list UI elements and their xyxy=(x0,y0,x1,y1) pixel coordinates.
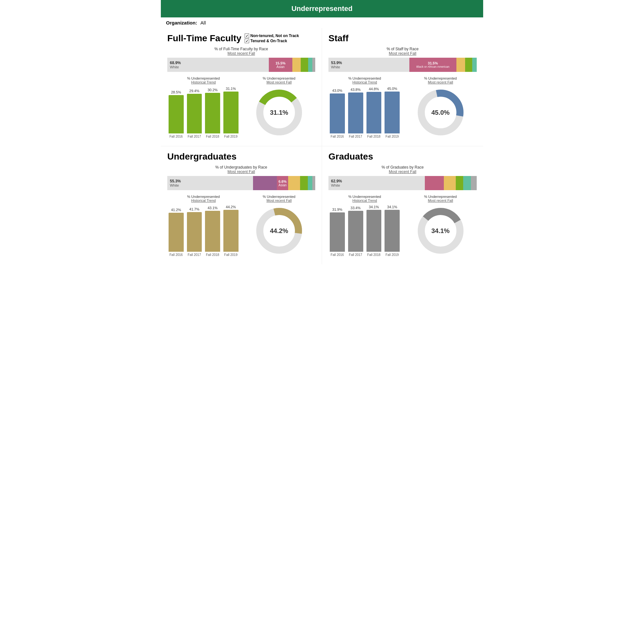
staff-race-bar-section: % of Staff by Race Most recent Fall 53.9… xyxy=(328,47,477,72)
grad-title-row: Graduates xyxy=(328,151,477,162)
grad-hist-subtitle: % Underrepresented Historical Trend xyxy=(328,195,401,202)
bar-rect xyxy=(366,92,382,133)
faculty-bar-chart-area: % Underrepresented Historical Trend 28.5… xyxy=(167,76,240,138)
bar-column: 28.5%Fall 2016 xyxy=(169,90,184,138)
bar-column: 43.1%Fall 2018 xyxy=(205,206,220,257)
bar-column: 34.1%Fall 2019 xyxy=(385,205,400,257)
bar-label: Fall 2019 xyxy=(385,135,399,138)
staff-charts-row: % Underrepresented Historical Trend 43.0… xyxy=(328,76,477,138)
staff-white-pct: 53.9% xyxy=(331,61,409,65)
bar-value: 43.1% xyxy=(208,206,218,210)
org-row: Organization: All xyxy=(161,17,483,28)
bar-label: Fall 2017 xyxy=(188,135,201,138)
bar-value: 43.0% xyxy=(332,89,342,93)
grad-white-label: White xyxy=(331,183,425,187)
bar-rect xyxy=(205,93,220,133)
staff-asian-label: Black or African American xyxy=(416,65,450,68)
grad-bar-chart: 31.9%Fall 201633.4%Fall 201734.1%Fall 20… xyxy=(328,205,401,257)
bar-label: Fall 2016 xyxy=(170,135,183,138)
grad-bar-chart-area: % Underrepresented Historical Trend 31.9… xyxy=(328,195,401,257)
bar-column: 41.7%Fall 2017 xyxy=(187,207,202,257)
bar-value: 41.7% xyxy=(189,207,199,211)
bar-column: 41.2%Fall 2016 xyxy=(169,208,184,257)
undergrad-charts-row: % Underrepresented Historical Trend 41.2… xyxy=(167,195,315,257)
bar-label: Fall 2016 xyxy=(331,253,344,257)
bar-column: 30.2%Fall 2018 xyxy=(205,88,220,138)
bar-column: 31.1%Fall 2019 xyxy=(223,87,239,138)
faculty-recent-subtitle: % Underrepresented Most recent Fall xyxy=(243,76,316,84)
bar-label: Fall 2017 xyxy=(349,135,362,138)
undergrad-donut: 44.2% xyxy=(243,205,316,257)
faculty-donut: 31.1% xyxy=(243,87,316,138)
bar-label: Fall 2018 xyxy=(206,135,219,138)
legend-label-2: Tenured & On-Track xyxy=(250,39,287,43)
bar-column: 43.8%Fall 2017 xyxy=(348,88,363,138)
page-header: Underrepresented xyxy=(161,0,483,17)
bar-rect xyxy=(330,93,345,133)
faculty-hist-subtitle: % Underrepresented Historical Trend xyxy=(167,76,240,84)
grad-recent-subtitle: % Underrepresented Most recent Fall xyxy=(404,195,477,202)
staff-white-label: White xyxy=(331,65,409,69)
undergrad-bar-chart-area: % Underrepresented Historical Trend 41.2… xyxy=(167,195,240,257)
bar-label: Fall 2017 xyxy=(188,253,201,257)
bar-value: 44.2% xyxy=(226,205,236,209)
bar-value: 44.8% xyxy=(369,87,379,91)
staff-hist-subtitle: % Underrepresented Historical Trend xyxy=(328,76,401,84)
grad-race-bar-section: % of Graduates by Race Most recent Fall … xyxy=(328,165,477,190)
undergrad-title-row: Undergraduates xyxy=(167,151,315,162)
undergrad-race-subtitle: % of Undergraduates by Race Most recent … xyxy=(167,165,315,174)
bar-rect xyxy=(366,210,382,252)
bar-label: Fall 2016 xyxy=(170,253,183,257)
faculty-bar-chart: 28.5%Fall 201629.4%Fall 201730.2%Fall 20… xyxy=(167,87,240,138)
bar-rect xyxy=(187,212,202,252)
faculty-donut-area: % Underrepresented Most recent Fall 31.1… xyxy=(243,76,316,138)
bar-label: Fall 2019 xyxy=(224,135,238,138)
bar-column: 43.0%Fall 2016 xyxy=(330,89,345,138)
staff-title: Staff xyxy=(328,33,348,44)
bar-label: Fall 2019 xyxy=(224,253,238,257)
faculty-title: Full-Time Faculty xyxy=(167,33,241,44)
staff-donut-label: 45.0% xyxy=(431,109,450,116)
staff-donut-area: % Underrepresented Most recent Fall 45.0… xyxy=(404,76,477,138)
grad-white-pct: 62.9% xyxy=(331,179,425,183)
bar-rect xyxy=(169,95,184,133)
staff-race-subtitle: % of Staff by Race Most recent Fall xyxy=(328,47,477,56)
bar-column: 31.9%Fall 2016 xyxy=(330,208,345,257)
faculty-asian-label: Asian xyxy=(277,65,285,69)
undergrad-bar-chart: 41.2%Fall 201641.7%Fall 201743.1%Fall 20… xyxy=(167,205,240,257)
bar-rect xyxy=(385,92,400,133)
bar-rect xyxy=(223,210,239,252)
org-label: Organization: xyxy=(166,20,197,25)
faculty-section: Full-Time Faculty ✓ Non-tenured, Not on … xyxy=(161,28,322,146)
undergrad-white-pct: 55.3% xyxy=(170,179,253,183)
grad-donut-area: % Underrepresented Most recent Fall 34.1… xyxy=(404,195,477,257)
bar-label: Fall 2016 xyxy=(331,135,344,138)
org-value: All xyxy=(200,20,206,25)
legend-label-1: Non-tenured, Not on Track xyxy=(250,34,299,38)
bar-value: 31.1% xyxy=(226,87,236,91)
bar-column: 44.8%Fall 2018 xyxy=(366,87,382,138)
undergrad-donut-area: % Underrepresented Most recent Fall 44.2… xyxy=(243,195,316,257)
undergrad-donut-label: 44.2% xyxy=(270,227,288,235)
bar-value: 41.2% xyxy=(171,208,181,212)
grad-donut-label: 34.1% xyxy=(431,227,450,235)
faculty-asian-pct: 15.5% xyxy=(276,61,286,65)
grad-section: Graduates % of Graduates by Race Most re… xyxy=(322,146,483,264)
bar-label: Fall 2018 xyxy=(206,253,219,257)
faculty-title-row: Full-Time Faculty ✓ Non-tenured, Not on … xyxy=(167,33,315,44)
undergrad-recent-subtitle: % Underrepresented Most recent Fall xyxy=(243,195,316,202)
bar-rect xyxy=(169,213,184,252)
faculty-race-bar-section: % of Full-Time Faculty by Race Most rece… xyxy=(167,47,315,72)
undergrad-title: Undergraduates xyxy=(167,151,237,162)
bar-column: 45.0%Fall 2019 xyxy=(385,87,400,138)
staff-section: Staff % of Staff by Race Most recent Fal… xyxy=(322,28,483,146)
legend-item-1: ✓ Non-tenured, Not on Track xyxy=(245,34,299,38)
legend-check-2: ✓ xyxy=(245,39,249,43)
grad-title: Graduates xyxy=(328,151,373,162)
bar-rect xyxy=(205,211,220,252)
grad-charts-row: % Underrepresented Historical Trend 31.9… xyxy=(328,195,477,257)
bar-value: 31.9% xyxy=(332,208,342,211)
staff-asian-pct: 31.5% xyxy=(428,61,438,65)
bar-value: 33.4% xyxy=(351,206,361,210)
faculty-white-label: White xyxy=(170,65,269,69)
